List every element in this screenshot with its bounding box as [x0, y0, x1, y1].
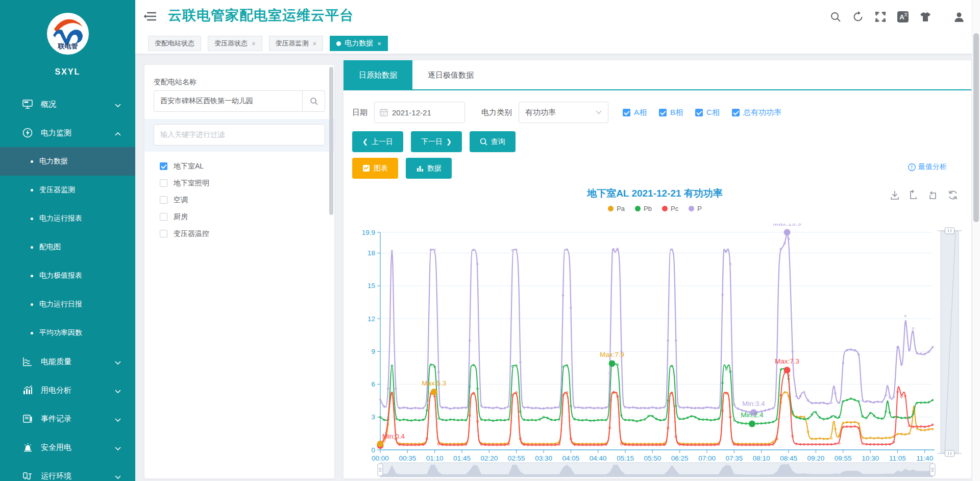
sidebar-item-5[interactable]: 安全用电	[0, 433, 135, 462]
date-input[interactable]: 2021-12-21	[374, 102, 465, 123]
sidebar-subitem[interactable]: 变压器监测	[0, 176, 135, 204]
safety-icon	[22, 442, 33, 452]
chart-legend: PaPbPcP	[377, 205, 933, 212]
translate-icon[interactable]: A文	[897, 11, 909, 22]
page-scrollbar[interactable]	[972, 0, 980, 481]
svg-text:文: 文	[904, 12, 908, 17]
phase-checkbox-item[interactable]: 总有功功率	[732, 108, 781, 117]
data-view-button[interactable]: 数据	[406, 158, 452, 179]
station-search-button[interactable]	[303, 90, 325, 112]
phase-checkbox[interactable]	[659, 109, 667, 116]
device-checkbox[interactable]	[160, 196, 167, 204]
sidebar-subitem[interactable]: 电力运行日报	[0, 290, 135, 319]
device-checkbox[interactable]	[160, 179, 167, 187]
query-form: 日期 2021-12-21 电力类别 有功功率 A相B相C相总有功功率	[352, 102, 781, 123]
theme-icon[interactable]	[920, 11, 931, 22]
svg-text:02:55: 02:55	[508, 454, 525, 462]
sidebar-item-6[interactable]: 运行环境	[0, 462, 135, 481]
app-title: 云联电管家配电室运维云平台	[168, 6, 354, 25]
line-chart[interactable]: 036912151819.9kW00:0000:3501:1001:4502:2…	[344, 224, 971, 481]
station-name-input[interactable]: 西安市碑林区西铁第一幼儿园	[154, 90, 303, 112]
zoom-reset-icon[interactable]	[928, 189, 939, 201]
sidebar-item-label: 概况	[41, 100, 56, 109]
svg-text:01:10: 01:10	[426, 454, 444, 462]
phase-checkboxes: A相B相C相总有功功率	[623, 108, 781, 117]
sidebar-subitem-label: 电力数据	[39, 157, 68, 166]
sidebar-subitem-label: 变压器监测	[39, 185, 75, 195]
sidebar-subitem[interactable]: 电力极值报表	[0, 261, 135, 290]
device-item[interactable]: 地下室照明	[154, 175, 322, 191]
sidebar-item-1[interactable]: 电力监测	[0, 118, 135, 147]
station-name-label: 变配电站名称	[154, 78, 197, 87]
sidebar-subitem[interactable]: 电力数据	[0, 147, 135, 176]
svg-text:Min:2.4: Min:2.4	[741, 411, 764, 419]
legend-dot-icon	[608, 206, 614, 211]
menu-toggle-icon[interactable]	[144, 11, 156, 22]
extremum-analysis-link[interactable]: 最值分析	[908, 162, 947, 172]
phase-checkbox[interactable]	[732, 109, 740, 116]
sidebar-subitem-label: 平均功率因数	[39, 328, 82, 338]
chevron-down-icon	[115, 415, 121, 423]
refresh-icon[interactable]	[852, 11, 864, 22]
sidebar-item-2[interactable]: 电能质量	[0, 347, 135, 376]
page-tab-label: 变压器状态	[214, 39, 248, 48]
svg-text:05:15: 05:15	[617, 454, 634, 462]
sidebar-item-0[interactable]: 概况	[0, 90, 135, 118]
close-icon[interactable]: ×	[252, 40, 256, 47]
svg-text:Max:19.9: Max:19.9	[773, 224, 801, 227]
fullscreen-icon[interactable]	[875, 11, 886, 22]
data-panel: 日原始数据逐日极值数据 日期 2021-12-21 电力类别 有功功率 A相B相…	[344, 60, 971, 478]
sidebar-subitem[interactable]: 配电图	[0, 233, 135, 261]
user-icon[interactable]	[953, 11, 965, 22]
search-icon[interactable]	[830, 11, 841, 22]
restore-icon[interactable]	[947, 189, 959, 201]
legend-item[interactable]: Pc	[662, 205, 678, 212]
filter-input[interactable]: 输入关键字进行过滤	[154, 124, 325, 146]
panel-scrollbar[interactable]	[329, 67, 333, 476]
page-tab[interactable]: 变压器状态×	[208, 36, 262, 51]
sidebar-subitem[interactable]: 平均功率因数	[0, 319, 135, 347]
device-item[interactable]: 空调	[154, 191, 322, 208]
svg-text:联电管: 联电管	[57, 42, 78, 50]
analysis-icon	[22, 385, 33, 395]
prev-day-button[interactable]: ❮上一日	[352, 131, 403, 152]
page-tab[interactable]: 变压器监测×	[269, 36, 324, 51]
legend-item[interactable]: Pb	[635, 205, 652, 212]
download-icon[interactable]	[889, 189, 900, 201]
device-checkbox[interactable]	[160, 162, 167, 170]
sidebar-subitem-label: 电力极值报表	[39, 271, 82, 280]
chart-view-button[interactable]: 图表	[352, 158, 398, 179]
device-item[interactable]: 厨房	[154, 208, 322, 225]
close-icon[interactable]: ×	[377, 40, 381, 47]
device-item[interactable]: 变压器温控	[154, 225, 322, 242]
page-tab[interactable]: 变配电站状态	[148, 36, 201, 51]
close-icon[interactable]: ×	[313, 40, 317, 47]
phase-checkbox-item[interactable]: B相	[659, 108, 683, 117]
legend-item[interactable]: Pa	[608, 205, 625, 212]
data-tab[interactable]: 日原始数据	[344, 60, 412, 90]
device-item[interactable]: 地下室AL	[154, 158, 322, 175]
sidebar-item-3[interactable]: 用电分析	[0, 376, 135, 404]
svg-text:0: 0	[371, 446, 375, 454]
page-tab[interactable]: 电力数据×	[330, 36, 388, 51]
phase-checkbox-item[interactable]: C相	[695, 108, 720, 117]
sidebar-item-4[interactable]: 事件记录	[0, 404, 135, 433]
device-checkbox[interactable]	[160, 213, 167, 221]
device-checkbox[interactable]	[160, 230, 167, 237]
type-select[interactable]: 有功功率	[519, 102, 608, 123]
phase-checkbox[interactable]	[623, 109, 630, 116]
phase-checkbox-item[interactable]: A相	[623, 108, 647, 117]
sidebar-item-label: 用电分析	[41, 386, 71, 395]
zoom-select-icon[interactable]	[909, 189, 920, 201]
legend-item[interactable]: P	[689, 205, 702, 212]
svg-text:Max:7.3: Max:7.3	[775, 357, 799, 365]
next-day-button[interactable]: 下一日❯	[411, 131, 462, 152]
legend-label: Pb	[644, 205, 652, 212]
svg-text:12: 12	[368, 315, 375, 323]
query-button[interactable]: 查询	[470, 131, 516, 152]
phase-checkbox[interactable]	[695, 109, 703, 116]
quality-icon	[22, 356, 33, 367]
data-tabs: 日原始数据逐日极值数据	[344, 60, 971, 90]
sidebar-subitem[interactable]: 电力运行报表	[0, 204, 135, 233]
data-tab[interactable]: 逐日极值数据	[412, 60, 489, 90]
